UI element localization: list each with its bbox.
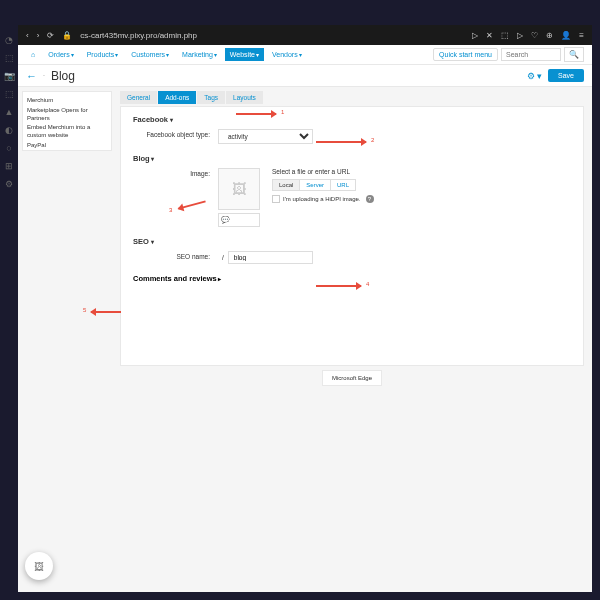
help-icon[interactable]: ? [366, 195, 374, 203]
nav-fwd-icon[interactable]: › [37, 31, 40, 40]
os-icon[interactable]: ◐ [5, 125, 13, 135]
hidpi-label: I'm uploading a HiDPI image. [283, 196, 361, 202]
reload-icon[interactable]: ⟳ [47, 31, 54, 40]
breadcrumb-dots: · [43, 72, 45, 79]
nav-vendors[interactable]: Vendors▾ [267, 48, 307, 61]
nav-orders[interactable]: Orders▾ [43, 48, 78, 61]
annotation-3: 3 [169, 207, 172, 213]
os-icon[interactable]: 📷 [4, 71, 15, 81]
nav-marketing[interactable]: Marketing▾ [177, 48, 222, 61]
nav-back-icon[interactable]: ‹ [26, 31, 29, 40]
toggle-url[interactable]: URL [331, 180, 355, 190]
search-input[interactable] [501, 48, 561, 61]
os-icon[interactable]: ⬚ [5, 89, 14, 99]
fab-button[interactable]: 🖼 [25, 552, 53, 580]
gear-icon[interactable]: ⚙ ▾ [527, 71, 543, 81]
sidebar-item[interactable]: Marketplace Opens for Partners [27, 106, 107, 124]
tab-layouts[interactable]: Layouts [226, 91, 263, 104]
seo-section: SEO SEO name: / [133, 237, 571, 264]
home-icon[interactable]: ⌂ [26, 48, 40, 61]
toggle-server[interactable]: Server [300, 180, 331, 190]
tab-general[interactable]: General [120, 91, 157, 104]
nav-products[interactable]: Products▾ [82, 48, 124, 61]
browser-icon[interactable]: 👤 [561, 31, 571, 40]
lock-icon: 🔒 [62, 31, 72, 40]
seo-slash: / [218, 252, 228, 263]
nav-website[interactable]: Website▾ [225, 48, 264, 61]
url-bar[interactable]: cs-cart435mv.pixy.pro/admin.php [80, 31, 464, 40]
section-header[interactable]: SEO [133, 237, 571, 246]
section-header[interactable]: Blog [133, 154, 571, 163]
browser-bar: ‹ › ⟳ 🔒 cs-cart435mv.pixy.pro/admin.php … [18, 25, 592, 45]
hidpi-checkbox[interactable] [272, 195, 280, 203]
seo-name-input[interactable] [228, 251, 313, 264]
top-nav: ⌂ Orders▾ Products▾ Customers▾ Marketing… [18, 45, 592, 65]
save-button[interactable]: Save [548, 69, 584, 82]
facebook-section: Facebook Facebook object type: activity [133, 115, 571, 144]
select-file-text: Select a file or enter a URL [272, 168, 374, 175]
back-button[interactable]: ← [26, 70, 37, 82]
sidebar-item[interactable]: PayPal [27, 141, 107, 151]
alt-input[interactable]: 💬 [218, 213, 260, 227]
os-icon[interactable]: ○ [6, 143, 11, 153]
os-icon[interactable]: ⊞ [5, 161, 13, 171]
os-icon[interactable]: ⬚ [5, 53, 14, 63]
image-label: Image: [133, 168, 218, 177]
page-title: Blog [51, 69, 75, 83]
sidebar-item[interactable]: Merchium [27, 96, 107, 106]
comments-section-header[interactable]: Comments and reviews [133, 274, 571, 283]
os-icon[interactable]: ▲ [5, 107, 14, 117]
annotation-5: 5 [83, 307, 86, 313]
sidebar-item[interactable]: Embed Merchium into a custom website [27, 123, 107, 141]
browser-icon[interactable]: ▷ [472, 31, 478, 40]
os-icon[interactable]: ⚙ [5, 179, 13, 189]
annotation-4: 4 [366, 281, 369, 287]
browser-icon[interactable]: ✕ [486, 31, 493, 40]
browser-icon[interactable]: ▷ [517, 31, 523, 40]
nav-customers[interactable]: Customers▾ [126, 48, 174, 61]
seo-name-label: SEO name: [133, 251, 218, 260]
footer-badge: Microsoft Edge [322, 370, 382, 386]
os-sidebar: ◔ ⬚ 📷 ⬚ ▲ ◐ ○ ⊞ ⚙ [0, 25, 18, 590]
title-row: ← · Blog ⚙ ▾ Save [18, 65, 592, 87]
os-icon[interactable]: ◔ [5, 35, 13, 45]
browser-icon[interactable]: ⬚ [501, 31, 509, 40]
image-upload[interactable]: 🖼 [218, 168, 260, 210]
upload-toggle: Local Server URL [272, 179, 356, 191]
quick-start-menu[interactable]: Quick start menu [433, 48, 498, 61]
fb-type-select[interactable]: activity [218, 129, 313, 144]
tab-tags[interactable]: Tags [197, 91, 225, 104]
tab-addons[interactable]: Add-ons [158, 91, 196, 104]
browser-icon[interactable]: ≡ [579, 31, 584, 40]
section-header[interactable]: Facebook [133, 115, 571, 124]
content-card: 1 Facebook Facebook object type: activit… [120, 106, 584, 366]
blog-section: Blog Image: 🖼 💬 Select a file or enter a… [133, 154, 571, 227]
annotation-2: 2 [371, 137, 374, 143]
browser-icon[interactable]: ⊕ [546, 31, 553, 40]
annotation-1: 1 [281, 109, 284, 115]
sidebar: Merchium Marketplace Opens for Partners … [22, 91, 112, 151]
fb-type-label: Facebook object type: [133, 129, 218, 138]
tabs: General Add-ons Tags Layouts [120, 91, 584, 104]
toggle-local[interactable]: Local [273, 180, 300, 190]
browser-icon[interactable]: ♡ [531, 31, 538, 40]
main-content: General Add-ons Tags Layouts 1 Facebook … [112, 87, 592, 592]
search-button[interactable]: 🔍 [564, 47, 584, 62]
